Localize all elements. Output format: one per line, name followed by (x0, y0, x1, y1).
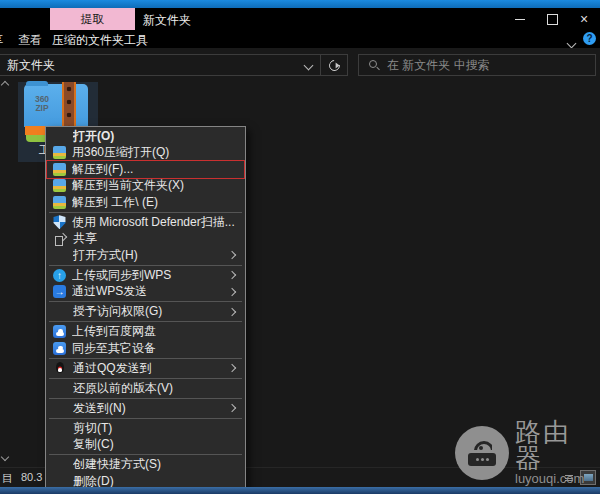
defender-icon (53, 215, 66, 229)
menu-item-label: 同步至其它设备 (72, 341, 237, 356)
context-menu-item-18[interactable]: 复制(C) (46, 437, 245, 454)
context-menu-item-19[interactable]: 创建快捷方式(S) (46, 457, 245, 474)
menu-item-label: 通过QQ发送到 (73, 361, 229, 376)
menu-item-label: 共享 (73, 231, 237, 246)
context-menu-item-17[interactable]: 剪切(T) (46, 420, 245, 437)
baidu-icon (53, 342, 66, 355)
context-menu-item-10[interactable]: 通过WPS发送 (46, 284, 245, 301)
titlebar-extract-tab[interactable]: 提取 (50, 8, 135, 30)
search-input[interactable]: 在 新文件夹 中搜索 (358, 54, 596, 76)
minimize-icon (515, 19, 525, 20)
blank-icon (53, 248, 67, 262)
minimize-button[interactable] (504, 8, 536, 30)
context-menu-item-1[interactable]: 打开(O) (46, 128, 245, 145)
maximize-icon (547, 14, 558, 25)
context-menu-item-2[interactable]: 用360压缩打开(Q) (46, 145, 245, 162)
watermark: 路由器 luyouqi.com (455, 424, 597, 482)
menu-separator (49, 418, 242, 419)
submenu-arrow-icon (228, 288, 236, 296)
zip360-icon (53, 146, 66, 159)
zip360-icon (53, 163, 66, 176)
router-box-icon (468, 453, 496, 466)
menu-item-label: 用360压缩打开(Q) (72, 145, 237, 160)
refresh-icon (326, 57, 341, 72)
share-icon (53, 232, 67, 246)
wps-up-icon (53, 269, 66, 282)
help-button[interactable]: ? (583, 32, 596, 45)
ribbon-tab-compressed-folder-tools[interactable]: 压缩的文件夹工具 (52, 32, 148, 49)
zip360-icon (53, 196, 66, 209)
menu-separator (49, 212, 242, 213)
context-menu-item-14[interactable]: 通过QQ发送到 (46, 360, 245, 377)
submenu-arrow-icon (228, 308, 236, 316)
close-icon: × (580, 12, 588, 26)
search-icon (368, 59, 380, 71)
menu-item-label: 解压到当前文件夹(X) (72, 178, 237, 193)
context-menu: 打开(O)用360压缩打开(Q)解压到(F)...解压到当前文件夹(X)解压到 … (45, 126, 246, 494)
menu-separator (49, 358, 242, 359)
explorer-screen: 提取 新文件夹 × 享 查看 压缩的文件夹工具 ? 新文件夹 在 新文件夹 中搜… (0, 0, 600, 494)
menu-item-label: 上传或同步到WPS (72, 268, 229, 283)
menu-item-label: 使用 Microsoft Defender扫描... (72, 215, 237, 230)
address-row: 新文件夹 在 新文件夹 中搜索 (0, 48, 600, 80)
submenu-arrow-icon (228, 364, 236, 372)
router-logo-icon (455, 426, 509, 480)
baidu-icon (53, 325, 66, 338)
address-path[interactable]: 新文件夹 (0, 57, 296, 74)
blank-icon (53, 305, 67, 319)
context-menu-item-9[interactable]: 上传或同步到WPS (46, 267, 245, 284)
menu-separator (49, 378, 242, 379)
menu-item-label: 解压到(F)... (72, 162, 237, 177)
status-item-fragment: 目 (2, 471, 13, 486)
context-menu-item-7[interactable]: 共享 (46, 231, 245, 248)
context-menu-item-3[interactable]: 解压到(F)... (46, 161, 245, 178)
menu-separator (49, 301, 242, 302)
zipper-icon (62, 82, 76, 130)
search-placeholder: 在 新文件夹 中搜索 (387, 57, 490, 74)
window-controls: × (504, 8, 600, 30)
submenu-arrow-icon (228, 404, 236, 412)
context-menu-item-6[interactable]: 使用 Microsoft Defender扫描... (46, 214, 245, 231)
blank-icon (53, 381, 67, 395)
menu-item-label: 解压到 工作\ (E) (72, 195, 237, 210)
menu-item-label: 还原以前的版本(V) (73, 381, 237, 396)
address-dropdown-button[interactable] (296, 55, 320, 75)
blank-icon (53, 438, 67, 452)
desktop-wallpaper-strip (0, 0, 600, 8)
context-menu-item-12[interactable]: 上传到百度网盘 (46, 324, 245, 341)
context-menu-item-8[interactable]: 打开方式(H) (46, 247, 245, 264)
watermark-text: 路由器 luyouqi.com (515, 419, 597, 487)
titlebar: 提取 新文件夹 × (0, 8, 600, 30)
context-menu-item-11[interactable]: 授予访问权限(G) (46, 304, 245, 321)
chevron-down-icon (567, 39, 577, 49)
context-menu-item-4[interactable]: 解压到当前文件夹(X) (46, 178, 245, 195)
context-menu-item-15[interactable]: 还原以前的版本(V) (46, 380, 245, 397)
blank-icon (53, 458, 67, 472)
ribbon-collapse-button[interactable] (568, 33, 580, 45)
menu-separator (49, 454, 242, 455)
context-menu-item-5[interactable]: 解压到 工作\ (E) (46, 194, 245, 211)
chevron-down-icon (303, 60, 313, 70)
menu-item-label: 上传到百度网盘 (72, 324, 237, 339)
ribbon-tab-view[interactable]: 查看 (18, 32, 42, 49)
menu-separator (49, 321, 242, 322)
submenu-arrow-icon (228, 251, 236, 259)
nav-scroll-up-button[interactable] (2, 82, 10, 90)
address-bar[interactable]: 新文件夹 (0, 54, 348, 76)
context-menu-item-16[interactable]: 发送到(N) (46, 400, 245, 417)
ribbon-tab-share-partial[interactable]: 享 (0, 32, 3, 49)
menu-item-label: 创建快捷方式(S) (73, 457, 237, 472)
context-menu-item-13[interactable]: 同步至其它设备 (46, 340, 245, 357)
maximize-button[interactable] (536, 8, 568, 30)
menu-item-label: 复制(C) (73, 437, 237, 452)
menu-separator (49, 398, 242, 399)
menu-separator (49, 265, 242, 266)
window-title: 新文件夹 (143, 12, 191, 29)
zip-badge-text: 360ZIP (31, 95, 53, 113)
blank-icon (53, 129, 67, 143)
close-button[interactable]: × (568, 8, 600, 30)
refresh-button[interactable] (320, 55, 347, 75)
menu-item-label: 授予访问权限(G) (73, 304, 229, 319)
watermark-name: 路由器 (515, 419, 597, 471)
nav-scroll-down-button[interactable] (2, 454, 10, 462)
